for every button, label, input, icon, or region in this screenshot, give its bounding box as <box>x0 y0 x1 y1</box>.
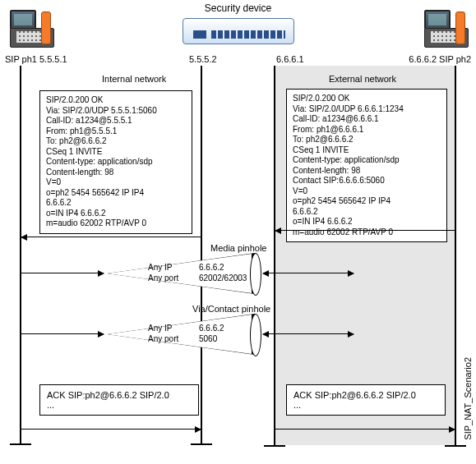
arrow-media-in <box>21 273 104 273</box>
arrow-ack-internal <box>21 429 201 430</box>
arrow-200ok-device-to-ph1 <box>21 237 201 237</box>
lifeline-ph2 <box>455 66 456 445</box>
ack-internal-box: ACK SIP:ph2@6.6.6.2 SIP/2.0... <box>39 384 199 416</box>
device-left-ip: 5.5.5.2 <box>189 54 217 64</box>
ip-phone-left-icon <box>10 10 53 46</box>
via-pinhole-right-text: 6.6.6.25060 <box>199 324 224 344</box>
via-pinhole-cone: Any IPAny port 6.6.6.25060 <box>107 314 260 355</box>
arrow-200ok-external-to-device <box>275 230 455 231</box>
lifeline-ph2-foot <box>445 445 466 447</box>
lifeline-ph1-foot <box>10 443 31 445</box>
msg-external-200ok: SIP/2.0.200 OKVia: SIP/2.0/UDP 6.6.6.1:1… <box>286 89 447 242</box>
arrow-ack-external <box>275 429 455 430</box>
lifeline-device-right <box>274 66 275 445</box>
external-network-label: External network <box>329 74 396 84</box>
media-pinhole-left-text: Any IPAny port <box>148 263 178 283</box>
left-phone-label: SIP ph1 5.5.5.1 <box>5 54 67 64</box>
internal-network-label: Internal network <box>102 74 166 84</box>
media-pinhole-right-text: 6.6.6.262002/62003 <box>199 263 247 283</box>
via-pinhole-left-text: Any IPAny port <box>148 324 178 344</box>
arrow-media-out <box>263 273 354 273</box>
security-device-icon <box>183 18 294 44</box>
arrow-via-in <box>21 333 104 334</box>
lifeline-ph1 <box>20 66 21 443</box>
right-phone-label: 6.6.6.2 SIP ph2 <box>409 54 471 64</box>
media-pinhole-cone: Any IPAny port 6.6.6.262002/62003 <box>107 253 260 294</box>
lifeline-devL-foot <box>191 443 212 445</box>
ip-phone-right-icon <box>424 10 467 46</box>
device-right-ip: 6.6.6.1 <box>276 54 304 64</box>
device-title: Security device <box>0 2 476 14</box>
msg-internal-200ok: SIP/2.0.200 OKVia: SIP/2.0/UDP 5.5.5.1:5… <box>39 90 192 234</box>
lifeline-devR-foot <box>264 445 285 447</box>
arrow-via-out <box>263 333 354 334</box>
scenario-side-label: SIP_NAT_Scenario2 <box>463 357 473 440</box>
media-pinhole-label: Media pinhole <box>210 243 267 253</box>
ack-external-box: ACK SIP:ph2@6.6.6.2 SIP/2.0... <box>286 384 446 416</box>
via-pinhole-label: Via/Contact pinhole <box>192 304 270 314</box>
